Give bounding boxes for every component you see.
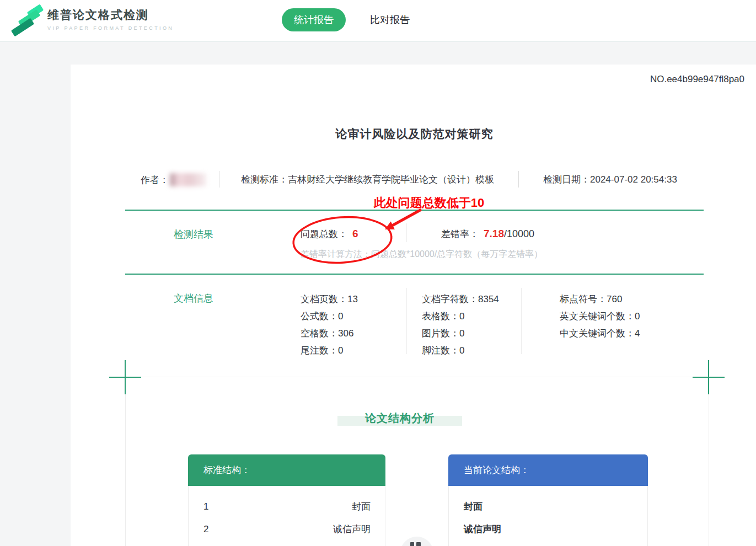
doc-stat: 英文关键词个数：0 [560, 308, 640, 325]
app-header: 维普论文格式检测 VIP PAPER FORMAT DETECTION 统计报告… [0, 0, 756, 42]
error-rate-suffix: /10000 [504, 228, 534, 239]
doc-stat: 图片数：0 [422, 325, 499, 342]
doc-stat: 空格数：306 [301, 325, 358, 342]
row-label: 诚信声明 [333, 523, 371, 536]
error-rate-value: 7.18 [484, 228, 504, 239]
doc-info-column-1: 文档页数：13 公式数：0 空格数：306 尾注数：0 [301, 291, 358, 359]
doc-stat: 尾注数：0 [301, 342, 358, 359]
meta-divider [518, 171, 519, 188]
red-annotation-text: 此处问题总数低于10 [357, 195, 501, 211]
row-index: 1 [203, 501, 208, 512]
result-divider [406, 223, 407, 242]
doc-info-divider [521, 288, 522, 354]
doc-info-column-3: 标点符号：760 英文关键词个数：0 中文关键词个数：4 [560, 291, 640, 342]
list-item: 2 诚信声明 [189, 518, 385, 540]
author-label: 作者： [141, 175, 169, 185]
brand-title: 维普论文格式检测 [47, 7, 174, 23]
standard-value: 吉林财经大学继续教育学院毕业论文（设计）模板 [288, 174, 494, 185]
tab-comparison-report[interactable]: 比对报告 [370, 8, 410, 31]
report-page: NO.ee4b99e947fl8pa0 论审计风险以及防范对策研究 作者： 检测… [71, 65, 756, 546]
badge-glyph [416, 542, 421, 546]
standard-structure-card: 标准结构： 1 封面 2 诚信声明 [188, 454, 385, 546]
row-index: 2 [203, 524, 208, 535]
error-rate-method-note: 差错率计算方法：问题总数*10000/总字符数（每万字差错率） [301, 249, 543, 260]
row-label: 封面 [352, 500, 371, 513]
date-value: 2024-07-02 20:54:33 [590, 174, 677, 185]
list-item: 1 封面 [189, 495, 385, 518]
date-label: 检测日期： [543, 174, 590, 185]
list-item: 封面 [449, 495, 647, 518]
section-label-result: 检测结果 [174, 228, 213, 241]
date-field: 检测日期：2024-07-02 20:54:33 [543, 173, 677, 186]
error-rate: 差错率：7.18/10000 [441, 228, 534, 240]
doc-stat: 脚注数：0 [422, 342, 499, 359]
current-structure-card: 当前论文结构： 封面 诚信声明 [448, 454, 648, 546]
page-edge-line [709, 377, 709, 546]
standard-structure-body: 1 封面 2 诚信声明 [188, 486, 385, 546]
section-rule [125, 274, 704, 275]
brand-text: 维普论文格式检测 VIP PAPER FORMAT DETECTION [47, 7, 174, 31]
doc-stat: 表格数：0 [422, 308, 499, 325]
section-label-doc-info: 文档信息 [174, 292, 213, 305]
current-structure-header: 当前论文结构： [448, 454, 648, 486]
current-structure-body: 封面 诚信声明 [448, 486, 648, 546]
issues-label: 问题总数： [301, 229, 347, 239]
issues-total: 问题总数：6 [301, 228, 358, 240]
doc-stat: 标点符号：760 [560, 291, 640, 308]
report-meta-row: 作者： 检测标准：吉林财经大学继续教育学院毕业论文（设计）模板 检测日期：202… [125, 172, 704, 188]
error-rate-label: 差错率： [441, 229, 479, 239]
doc-stat: 中文关键词个数：4 [560, 325, 640, 342]
doc-stat: 文档页数：13 [301, 291, 358, 308]
standard-structure-header: 标准结构： [188, 454, 385, 486]
report-number: NO.ee4b99e947fl8pa0 [650, 74, 744, 85]
meta-divider [219, 171, 219, 188]
compare-badge [400, 537, 433, 546]
crop-mark-right-icon [693, 377, 725, 378]
author-field: 作者： [141, 173, 206, 186]
crop-mark-left-icon [109, 377, 141, 378]
doc-info-divider [406, 288, 407, 354]
doc-stat: 公式数：0 [301, 308, 358, 325]
paper-title: 论审计风险以及防范对策研究 [125, 126, 704, 142]
doc-info-column-2: 文档字符数：8354 表格数：0 图片数：0 脚注数：0 [422, 291, 499, 359]
issues-value: 6 [352, 228, 358, 239]
doc-stat: 文档字符数：8354 [422, 291, 499, 308]
section-title-structure: 论文结构分析 [317, 411, 482, 426]
tab-statistics-report[interactable]: 统计报告 [282, 8, 346, 31]
brand-subtitle: VIP PAPER FORMAT DETECTION [47, 25, 174, 31]
author-name-redacted [170, 173, 206, 186]
standard-label: 检测标准： [241, 174, 288, 185]
page-boundary-line [125, 377, 709, 377]
brand-logo-icon [13, 6, 45, 36]
badge-glyph [410, 542, 414, 546]
standard-field: 检测标准：吉林财经大学继续教育学院毕业论文（设计）模板 [241, 173, 494, 186]
page-edge-line [125, 377, 126, 546]
list-item: 诚信声明 [449, 518, 647, 540]
